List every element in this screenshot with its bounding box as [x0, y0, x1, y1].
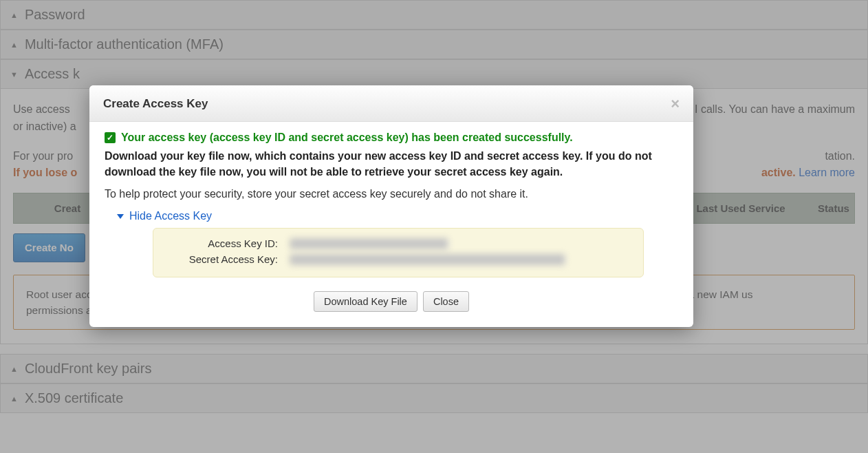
check-icon: ✓: [105, 132, 116, 143]
success-text: Your access key (access key ID and secre…: [121, 131, 573, 144]
access-key-id-value: [290, 238, 448, 249]
secret-access-key-value: [290, 254, 565, 265]
toggle-label: Hide Access Key: [129, 210, 212, 222]
create-access-key-modal: Create Access Key × ✓ Your access key (a…: [89, 85, 693, 327]
modal-title: Create Access Key: [103, 97, 208, 111]
secret-access-key-label: Secret Access Key:: [164, 253, 278, 265]
download-warning: Download your key file now, which contai…: [105, 148, 678, 180]
success-message: ✓ Your access key (access key ID and sec…: [105, 131, 678, 144]
caret-down-icon: [117, 214, 124, 219]
hide-access-key-toggle[interactable]: Hide Access Key: [117, 210, 678, 222]
modal-header: Create Access Key ×: [89, 85, 693, 122]
close-button[interactable]: Close: [423, 291, 469, 312]
access-key-id-label: Access Key ID:: [164, 238, 278, 249]
access-key-display: Access Key ID: Secret Access Key:: [153, 228, 644, 277]
protect-note: To help protect your security, store you…: [105, 188, 678, 200]
close-icon[interactable]: ×: [671, 96, 680, 112]
download-key-file-button[interactable]: Download Key File: [314, 291, 417, 312]
modal-button-row: Download Key File Close: [105, 291, 678, 312]
